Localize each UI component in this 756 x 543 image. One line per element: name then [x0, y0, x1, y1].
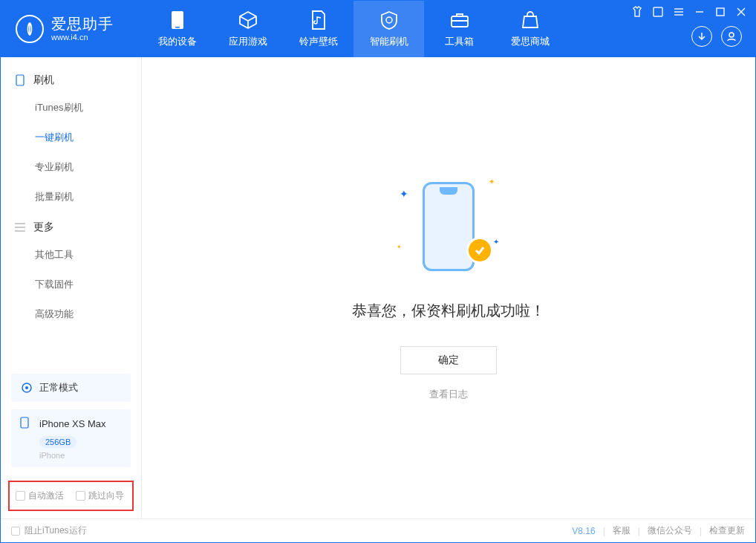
sidebar-item-advanced[interactable]: 高级功能	[1, 299, 141, 329]
minimize-icon[interactable]	[693, 5, 706, 19]
svg-rect-4	[654, 7, 662, 16]
toolbox-icon	[450, 10, 469, 30]
shield-icon	[380, 10, 398, 30]
footer-right: V8.16 | 客服 | 微信公众号 | 检查更新	[572, 524, 745, 537]
checkbox-label: 阻止iTunes运行	[25, 524, 87, 537]
phone-icon	[14, 74, 26, 86]
app-title: 爱思助手	[51, 15, 114, 33]
menu-icon[interactable]	[672, 5, 685, 19]
checkbox-icon	[76, 491, 85, 501]
nav-tab-label: 我的设备	[158, 35, 197, 48]
app-window: 爱思助手 www.i4.cn 我的设备 应用游戏 铃声壁纸 智能刷机	[0, 0, 756, 543]
titlebar-controls	[630, 5, 748, 19]
feedback-icon[interactable]	[651, 5, 665, 19]
maximize-icon[interactable]	[714, 5, 727, 19]
success-illustration: ✦ ✦ ✦ ✦	[397, 175, 501, 279]
sidebar-item-itunes-flash[interactable]: iTunes刷机	[1, 93, 141, 123]
block-itunes-checkbox[interactable]: 阻止iTunes运行	[11, 524, 87, 537]
main-content: ✦ ✦ ✦ ✦ 恭喜您，保资料刷机成功啦！ 确定 查看日志	[142, 57, 755, 518]
version-label: V8.16	[572, 526, 595, 536]
section-label: 刷机	[33, 74, 54, 87]
body: 刷机 iTunes刷机 一键刷机 专业刷机 批量刷机 更多 其他工具 下载固件 …	[1, 57, 755, 518]
svg-rect-3	[452, 16, 468, 27]
sidebar-item-batch-flash[interactable]: 批量刷机	[1, 182, 141, 212]
tshirt-icon[interactable]	[630, 5, 644, 19]
sparkle-icon: ✦	[397, 244, 402, 250]
nav-tab-apps[interactable]: 应用游戏	[212, 1, 283, 57]
side-nav: 刷机 iTunes刷机 一键刷机 专业刷机 批量刷机 更多 其他工具 下载固件 …	[1, 57, 141, 374]
download-icon[interactable]	[691, 26, 712, 47]
device-mode-card[interactable]: 正常模式	[11, 374, 131, 402]
view-log-link[interactable]: 查看日志	[429, 388, 468, 401]
checkbox-label: 跳过向导	[88, 490, 124, 502]
bag-icon	[522, 10, 538, 30]
checkbox-label: 自动激活	[28, 490, 64, 502]
sidebar-item-oneclick-flash[interactable]: 一键刷机	[1, 123, 141, 152]
logo-area: 爱思助手 www.i4.cn	[1, 15, 142, 43]
nav-tab-label: 应用游戏	[229, 35, 267, 48]
device-type: iPhone	[39, 451, 122, 460]
svg-point-9	[25, 386, 28, 389]
device-icon	[171, 10, 184, 30]
user-icon[interactable]	[721, 26, 742, 47]
phone-icon	[20, 417, 33, 430]
nav-tab-toolbox[interactable]: 工具箱	[424, 1, 495, 57]
mode-icon	[20, 381, 33, 394]
close-icon[interactable]	[734, 5, 748, 19]
sparkle-icon: ✦	[493, 238, 499, 246]
options-row: 自动激活 跳过向导	[8, 481, 134, 511]
wechat-link[interactable]: 微信公众号	[648, 524, 692, 537]
device-storage-badge: 256GB	[39, 436, 76, 448]
section-label: 更多	[33, 221, 54, 234]
cube-icon	[238, 10, 258, 30]
ok-button[interactable]: 确定	[400, 346, 497, 374]
section-more: 更多	[1, 212, 141, 240]
device-mode-label: 正常模式	[39, 381, 78, 394]
separator: |	[603, 526, 605, 536]
svg-point-6	[729, 33, 734, 37]
separator: |	[700, 526, 702, 536]
device-panel: 正常模式 iPhone XS Max 256GB iPhone	[1, 374, 141, 478]
nav-tab-label: 爱思商城	[511, 35, 550, 48]
checkbox-icon	[16, 491, 25, 501]
nav-tab-store[interactable]: 爱思商城	[495, 1, 565, 57]
sidebar-item-pro-flash[interactable]: 专业刷机	[1, 152, 141, 182]
device-name: iPhone XS Max	[39, 418, 106, 429]
section-flash: 刷机	[1, 65, 141, 93]
nav-tab-label: 智能刷机	[370, 35, 408, 48]
app-subtitle: www.i4.cn	[51, 33, 114, 42]
svg-rect-5	[717, 8, 724, 16]
sidebar: 刷机 iTunes刷机 一键刷机 专业刷机 批量刷机 更多 其他工具 下载固件 …	[1, 57, 142, 518]
paper-icon	[310, 10, 327, 30]
separator: |	[638, 526, 640, 536]
nav-tab-flash[interactable]: 智能刷机	[353, 1, 424, 57]
header-actions	[691, 26, 742, 47]
sidebar-item-download-firmware[interactable]: 下载固件	[1, 270, 141, 299]
skip-guide-checkbox[interactable]: 跳过向导	[76, 490, 124, 502]
update-link[interactable]: 检查更新	[709, 524, 745, 537]
phone-illustration-icon	[423, 182, 475, 271]
auto-activate-checkbox[interactable]: 自动激活	[16, 490, 64, 502]
nav-tab-ringtone[interactable]: 铃声壁纸	[283, 1, 353, 57]
success-message: 恭喜您，保资料刷机成功啦！	[352, 301, 545, 321]
check-badge-icon	[466, 237, 493, 264]
logo-text: 爱思助手 www.i4.cn	[51, 15, 114, 42]
logo-icon	[16, 15, 44, 43]
sparkle-icon: ✦	[400, 188, 408, 200]
svg-rect-10	[21, 417, 28, 428]
device-card[interactable]: iPhone XS Max 256GB iPhone	[11, 409, 131, 467]
nav-tab-label: 铃声壁纸	[299, 35, 338, 48]
footer: 阻止iTunes运行 V8.16 | 客服 | 微信公众号 | 检查更新	[1, 518, 755, 542]
checkbox-icon	[11, 527, 20, 536]
nav-tab-label: 工具箱	[445, 35, 474, 48]
list-icon	[14, 221, 26, 233]
sidebar-item-other-tools[interactable]: 其他工具	[1, 240, 141, 270]
svg-rect-1	[175, 27, 180, 28]
support-link[interactable]: 客服	[613, 524, 630, 537]
nav-tabs: 我的设备 应用游戏 铃声壁纸 智能刷机 工具箱 爱思商城	[142, 1, 565, 57]
svg-rect-7	[16, 75, 24, 85]
svg-point-2	[386, 17, 392, 23]
sparkle-icon: ✦	[489, 178, 495, 186]
header: 爱思助手 www.i4.cn 我的设备 应用游戏 铃声壁纸 智能刷机	[1, 1, 755, 57]
nav-tab-device[interactable]: 我的设备	[142, 1, 212, 57]
